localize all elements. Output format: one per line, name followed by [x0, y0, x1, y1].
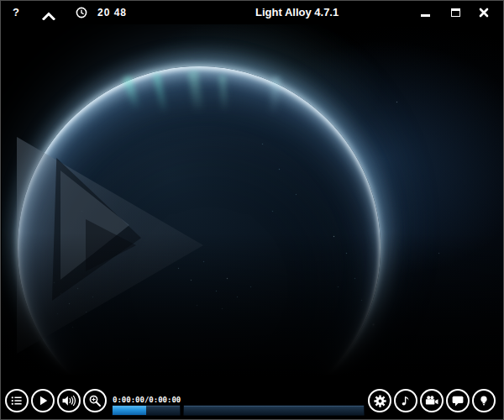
- window-title: Light Alloy 4.7.1: [255, 6, 339, 18]
- volume-bar-fill: [113, 406, 146, 415]
- video-area[interactable]: [2, 24, 504, 383]
- clock-time: 20 48: [97, 7, 127, 18]
- playlist-button[interactable]: [5, 389, 29, 412]
- close-button[interactable]: [475, 4, 493, 21]
- minimize-button[interactable]: [416, 4, 434, 21]
- movie-camera-icon: [423, 393, 440, 408]
- gear-icon: [372, 393, 388, 409]
- volume-button[interactable]: [57, 389, 81, 412]
- subtitles-button[interactable]: [446, 389, 470, 412]
- control-bar: 0:00:00/0:00:00: [1, 381, 503, 419]
- light-bulb-icon: [476, 393, 491, 408]
- magnifier-plus-icon: [87, 393, 102, 408]
- play-button[interactable]: [31, 389, 55, 412]
- video-button[interactable]: [420, 389, 444, 412]
- time-display[interactable]: 0:00:00/0:00:00: [113, 396, 181, 404]
- volume-bar[interactable]: [112, 405, 181, 416]
- zoom-button[interactable]: [83, 389, 107, 412]
- chevron-up-icon[interactable]: [42, 8, 55, 24]
- playlist-icon: [9, 393, 24, 408]
- maximize-button[interactable]: [446, 4, 465, 21]
- speech-bubble-icon: [450, 393, 465, 408]
- audio-button[interactable]: [394, 389, 417, 412]
- speaker-icon: [60, 393, 77, 408]
- play-icon: [35, 393, 50, 408]
- light-button[interactable]: [472, 389, 496, 412]
- seek-bar[interactable]: [183, 405, 365, 416]
- maximize-icon: [451, 8, 460, 17]
- light-alloy-window: ? 20 48 Light Alloy 4.7.1: [0, 0, 504, 420]
- minimize-icon: [421, 14, 430, 17]
- settings-button[interactable]: [368, 389, 391, 412]
- music-note-icon: [398, 393, 413, 408]
- bottom-fade: [2, 24, 504, 383]
- titlebar: ? 20 48 Light Alloy 4.7.1: [1, 1, 503, 24]
- clock-icon: [76, 7, 87, 22]
- close-icon: [479, 8, 489, 18]
- help-button[interactable]: ?: [13, 6, 19, 18]
